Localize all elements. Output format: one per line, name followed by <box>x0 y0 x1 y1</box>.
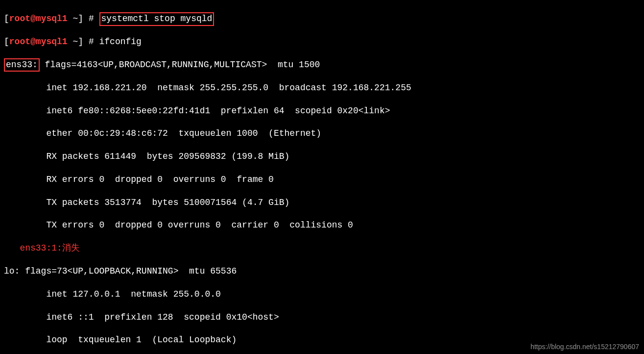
ens33-rx-packets: RX packets 611449 bytes 209569832 (199.8… <box>4 151 640 162</box>
prompt-hash: # <box>83 14 99 24</box>
ens33-inet: inet 192.168.221.20 netmask 255.255.255.… <box>4 82 640 94</box>
ens33-flags: flags=4163<UP,BROADCAST,RUNNING,MULTICAS… <box>40 60 320 70</box>
interface-name-ens33: ens33: <box>6 60 38 70</box>
lo-inet6: inet6 ::1 prefixlen 128 scopeid 0x10<hos… <box>4 312 640 323</box>
lo-header: lo: flags=73<UP,LOOPBACK,RUNNING> mtu 65… <box>4 266 640 277</box>
ens33-tx-errors: TX errors 0 dropped 0 overruns 0 carrier… <box>4 220 640 231</box>
ens33-header: ens33: flags=4163<UP,BROADCAST,RUNNING,M… <box>4 59 640 71</box>
bracket-open: [ <box>4 14 9 24</box>
annotation-ens33-1-missing: ens33:1:消失 <box>4 243 640 254</box>
ens33-ether: ether 00:0c:29:48:c6:72 txqueuelen 1000 … <box>4 128 640 139</box>
highlight-box-ens33: ens33: <box>4 58 40 72</box>
highlight-box-cmd-stop: systemctl stop mysqld <box>99 12 215 25</box>
prompt-user: root <box>9 14 30 24</box>
prompt-line-1: [root@mysql1 ~] # systemctl stop mysqld <box>4 13 640 25</box>
prompt-line-2: [root@mysql1 ~] # ifconfig <box>4 36 640 48</box>
command-stop-mysqld: systemctl stop mysqld <box>101 14 213 24</box>
prompt-dir: ~ <box>72 14 78 24</box>
ens33-tx-packets: TX packets 3513774 bytes 5100071564 (4.7… <box>4 197 640 208</box>
command-ifconfig: ifconfig <box>99 37 142 47</box>
prompt-at: @ <box>30 14 36 24</box>
ens33-inet6: inet6 fe80::6268:5ee0:22fd:41d1 prefixle… <box>4 105 640 117</box>
bracket-close: ] <box>78 14 83 24</box>
terminal-output[interactable]: [root@mysql1 ~] # systemctl stop mysqld … <box>0 0 644 354</box>
lo-inet: inet 127.0.0.1 netmask 255.0.0.0 <box>4 289 640 300</box>
prompt-host: mysql1 <box>36 14 68 24</box>
ens33-rx-errors: RX errors 0 dropped 0 overruns 0 frame 0 <box>4 174 640 185</box>
watermark: https://blog.csdn.net/s15212790607 <box>530 342 639 351</box>
